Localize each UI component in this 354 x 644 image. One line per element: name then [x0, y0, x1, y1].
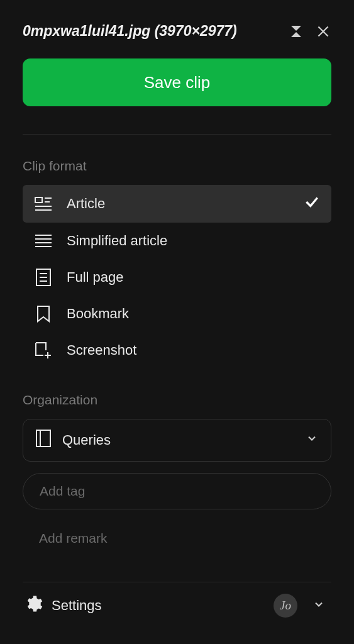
notebook-selector[interactable]: Queries: [23, 419, 331, 462]
hourglass-icon[interactable]: [289, 24, 304, 39]
divider: [23, 134, 331, 135]
settings-button[interactable]: Settings: [24, 594, 263, 617]
notebook-icon: [36, 430, 51, 451]
svg-rect-15: [36, 430, 50, 447]
format-option-bookmark[interactable]: Bookmark: [23, 296, 331, 332]
format-option-simplified-article[interactable]: Simplified article: [23, 223, 331, 259]
full-page-icon: [34, 268, 53, 287]
check-icon: [304, 194, 320, 214]
format-option-label: Screenshot: [67, 342, 320, 358]
avatar[interactable]: Jo: [274, 594, 297, 618]
clip-format-list: Article Simplified article Full pag: [23, 185, 331, 369]
bookmark-icon: [34, 304, 53, 323]
add-remark-button[interactable]: Add remark: [23, 528, 331, 548]
clip-format-heading: Clip format: [23, 158, 331, 174]
close-icon[interactable]: [315, 23, 331, 40]
screenshot-icon: [34, 341, 53, 360]
format-option-screenshot[interactable]: Screenshot: [23, 332, 331, 369]
tag-input-wrap[interactable]: [23, 473, 331, 509]
simplified-article-icon: [34, 231, 53, 250]
organization-heading: Organization: [23, 392, 331, 408]
page-title: 0mpxwa1luil41.jpg (3970×2977): [23, 23, 289, 40]
chevron-down-icon: [306, 432, 318, 448]
format-option-article[interactable]: Article: [23, 185, 331, 223]
format-option-label: Simplified article: [67, 233, 320, 249]
save-clip-button[interactable]: Save clip: [23, 58, 331, 106]
format-option-full-page[interactable]: Full page: [23, 259, 331, 296]
footer-divider: [23, 582, 331, 582]
article-icon: [34, 194, 53, 213]
tag-input[interactable]: [40, 484, 314, 499]
gear-icon: [24, 594, 43, 617]
svg-rect-0: [35, 197, 42, 203]
format-option-label: Bookmark: [67, 306, 320, 322]
account-chevron-down-icon[interactable]: [307, 596, 330, 616]
notebook-label: Queries: [62, 432, 294, 448]
format-option-label: Article: [67, 196, 290, 212]
format-option-label: Full page: [67, 269, 320, 286]
settings-label: Settings: [52, 597, 102, 614]
